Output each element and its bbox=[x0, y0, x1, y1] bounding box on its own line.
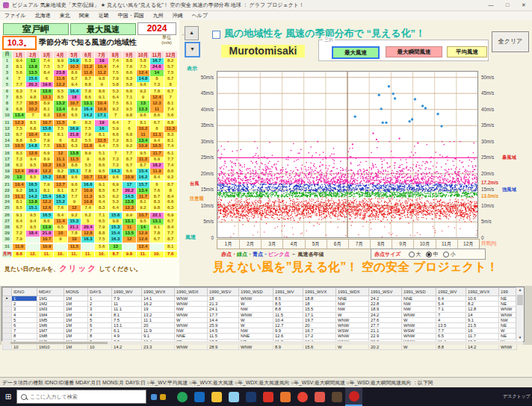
grid-cell[interactable]: 11.1 bbox=[142, 317, 175, 322]
grid-cell[interactable]: 4 bbox=[88, 312, 112, 317]
daily-cell[interactable]: 12.4 bbox=[150, 95, 163, 101]
daily-cell[interactable]: 10.9 bbox=[137, 143, 149, 149]
daily-cell[interactable]: 6.9 bbox=[109, 182, 122, 188]
daily-cell[interactable]: 8 bbox=[150, 76, 163, 82]
grid-cell[interactable]: 7 bbox=[88, 328, 112, 334]
daily-cell[interactable]: 12.7 bbox=[54, 182, 66, 188]
daily-cell[interactable]: 8.7 bbox=[123, 157, 135, 163]
grid-cell[interactable]: 5 bbox=[12, 317, 37, 322]
daily-cell[interactable]: 8.7 bbox=[150, 194, 163, 200]
grid-cell[interactable]: 1M6 bbox=[37, 323, 64, 328]
daily-cell[interactable]: 8.7 bbox=[13, 132, 25, 138]
daily-cell[interactable]: 21.8 bbox=[68, 132, 81, 138]
daily-cell[interactable]: 7 bbox=[26, 113, 39, 119]
daily-cell[interactable]: 10.9 bbox=[81, 188, 94, 194]
grid-cell[interactable]: WNW bbox=[175, 312, 208, 317]
horizontal-scrollbar[interactable] bbox=[1, 341, 523, 345]
grid-cell[interactable]: 7 bbox=[436, 312, 466, 317]
daily-cell[interactable]: 11 bbox=[137, 132, 149, 138]
grid-cell[interactable]: 18 bbox=[303, 302, 336, 307]
daily-cell[interactable]: 6.3 bbox=[13, 163, 25, 169]
daily-cell[interactable]: 10.4 bbox=[13, 182, 25, 188]
vertical-scrollbar[interactable]: ▲▼ bbox=[516, 287, 524, 340]
daily-cell[interactable]: 11.5 bbox=[95, 138, 108, 144]
daily-cell[interactable]: 6.2 bbox=[81, 213, 94, 219]
daily-cell[interactable]: 9.1 bbox=[95, 95, 108, 101]
grid-cell[interactable]: WNW bbox=[402, 334, 436, 339]
daily-cell[interactable]: 19.6 bbox=[40, 82, 53, 88]
daily-cell[interactable]: 7.7 bbox=[123, 151, 135, 157]
daily-cell[interactable]: 15.1 bbox=[68, 169, 81, 175]
grid-cell[interactable]: 4 bbox=[436, 317, 466, 322]
daily-cell[interactable]: 15.3 bbox=[68, 219, 81, 225]
grid-cell[interactable]: WNW bbox=[402, 323, 436, 328]
grid-cell[interactable]: 18 bbox=[208, 296, 239, 302]
daily-cell[interactable]: 18 bbox=[68, 95, 81, 101]
daily-cell[interactable]: 8.8 bbox=[95, 231, 108, 237]
grid-cell[interactable]: 1M7 bbox=[37, 328, 64, 334]
daily-cell[interactable]: 7.5 bbox=[81, 126, 94, 132]
daily-cell[interactable]: 12.3 bbox=[150, 101, 163, 107]
daily-cell[interactable]: 13.5 bbox=[123, 231, 135, 237]
daily-cell[interactable]: 8.2 bbox=[54, 169, 66, 175]
daily-cell[interactable]: 11.5 bbox=[68, 157, 81, 163]
daily-cell[interactable]: 20.2 bbox=[123, 188, 135, 194]
grid-column-header[interactable]: 1990_WSV bbox=[208, 288, 239, 296]
daily-cell[interactable]: 21.1 bbox=[68, 225, 81, 231]
daily-cell[interactable]: 6.7 bbox=[164, 219, 177, 225]
daily-cell[interactable]: 6.6 bbox=[123, 89, 135, 95]
daily-cell[interactable]: 5.5 bbox=[81, 163, 94, 169]
daily-cell[interactable]: 12.2 bbox=[54, 82, 66, 88]
daily-cell[interactable]: 8.6 bbox=[40, 219, 53, 225]
daily-cell[interactable] bbox=[150, 244, 163, 250]
grid-cell[interactable]: 21.3 bbox=[208, 302, 239, 307]
daily-cell[interactable]: 10.2 bbox=[26, 107, 39, 113]
grid-cell[interactable]: 16 bbox=[466, 328, 499, 334]
daily-cell[interactable] bbox=[81, 244, 94, 250]
daily-cell[interactable]: 13.9 bbox=[40, 225, 53, 231]
daily-cell[interactable]: 13.4 bbox=[137, 138, 149, 144]
grid-cell[interactable]: NW bbox=[239, 307, 273, 312]
daily-cell[interactable]: 13.6 bbox=[40, 89, 53, 95]
daily-cell[interactable]: 8.4 bbox=[164, 225, 177, 231]
daily-cell[interactable]: 16.4 bbox=[81, 107, 94, 113]
daily-cell[interactable]: 7.2 bbox=[13, 231, 25, 237]
grid-column-header[interactable]: DAYS bbox=[88, 288, 112, 296]
daily-cell[interactable]: 12.6 bbox=[26, 151, 39, 157]
grid-cell[interactable]: 11.9 bbox=[142, 328, 175, 334]
grid-cell[interactable]: 8.5 bbox=[273, 302, 303, 307]
daily-cell[interactable]: 11.6 bbox=[13, 244, 25, 250]
daily-cell[interactable]: 6.7 bbox=[13, 225, 25, 231]
daily-cell[interactable]: 18.4 bbox=[26, 231, 39, 237]
grid-cell[interactable]: 1 bbox=[88, 296, 112, 302]
grid-cell[interactable]: 17.2 bbox=[303, 334, 336, 339]
daily-cell[interactable]: 12.8 bbox=[81, 231, 94, 237]
daily-cell[interactable]: 7.8 bbox=[68, 231, 81, 237]
menu-item[interactable]: 沖縄 bbox=[168, 12, 188, 19]
daily-cell[interactable]: 16.3 bbox=[109, 237, 122, 243]
daily-cell[interactable]: 8.7 bbox=[81, 76, 94, 82]
grid-cell[interactable]: 24.1 bbox=[208, 307, 239, 312]
daily-cell[interactable]: 10.2 bbox=[40, 163, 53, 169]
grid-cell[interactable]: 17.1 bbox=[303, 312, 336, 317]
station-name[interactable]: 室戸岬 bbox=[3, 23, 69, 35]
daily-cell[interactable]: 9.1 bbox=[95, 182, 108, 188]
daily-cell[interactable]: 7.5 bbox=[54, 126, 66, 132]
daily-cell[interactable]: 12 bbox=[68, 205, 81, 211]
daily-cell[interactable]: 9.9 bbox=[54, 58, 66, 64]
grid-column-header[interactable]: 1991_WDX bbox=[336, 288, 369, 296]
daily-cell[interactable]: 14 bbox=[137, 225, 149, 231]
daily-cell[interactable]: 7.4 bbox=[81, 205, 94, 211]
grid-cell[interactable]: 6 bbox=[12, 323, 37, 328]
pdf-app-icon[interactable] bbox=[259, 387, 276, 406]
daily-cell[interactable]: 7.8 bbox=[81, 89, 94, 95]
daily-cell[interactable]: 15.2 bbox=[54, 199, 66, 205]
grid-cell[interactable]: 8.1 bbox=[112, 312, 142, 317]
daily-cell[interactable]: 14.2 bbox=[26, 194, 39, 200]
daily-cell[interactable]: 8.6 bbox=[95, 163, 108, 169]
daily-cell[interactable]: 10 bbox=[68, 237, 81, 243]
daily-cell[interactable]: 10.9 bbox=[40, 244, 53, 250]
daily-cell[interactable]: 5 bbox=[81, 219, 94, 225]
daily-cell[interactable]: 7.6 bbox=[54, 205, 66, 211]
grid-cell[interactable]: 12.7 bbox=[273, 323, 303, 328]
